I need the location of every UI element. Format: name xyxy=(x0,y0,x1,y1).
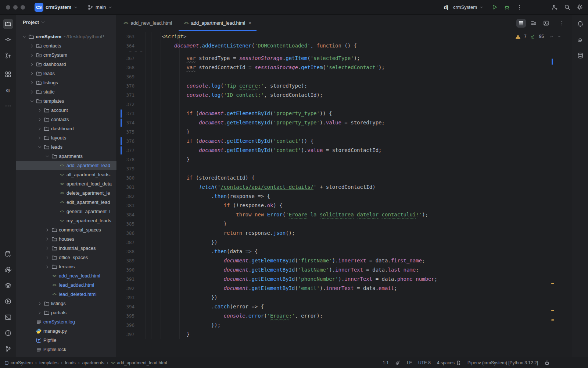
chevron-collapsed-icon[interactable] xyxy=(29,89,35,95)
line-separator[interactable]: LF xyxy=(407,360,412,365)
maximize-window-button[interactable] xyxy=(21,5,25,10)
chevron-collapsed-icon[interactable] xyxy=(36,117,43,123)
add-user-button[interactable] xyxy=(550,3,559,12)
chevron-collapsed-icon[interactable] xyxy=(29,80,35,86)
search-everywhere-button[interactable] xyxy=(562,3,572,12)
tree-item-delete_apartment_le[interactable]: <>delete_apartment_le xyxy=(16,188,116,198)
more-actions-kebab-icon[interactable] xyxy=(514,3,524,12)
breadcrumb-add_apartment_lead.html[interactable]: <>add_apartment_lead.html xyxy=(111,360,167,365)
close-window-button[interactable] xyxy=(6,5,10,10)
chevron-collapsed-icon[interactable] xyxy=(44,227,50,233)
tree-item-leads[interactable]: leads xyxy=(16,142,116,152)
reader-lines-button[interactable] xyxy=(516,19,526,28)
tool-stripe-structure-button[interactable] xyxy=(3,69,13,79)
tree-item-partials[interactable]: partials xyxy=(16,308,116,317)
close-tab-icon[interactable]: × xyxy=(248,20,251,26)
minimize-window-button[interactable] xyxy=(13,5,18,10)
tool-stripe-run-anything-button[interactable] xyxy=(3,296,13,307)
tree-item-Pipfile.lock[interactable]: Pipfile.lock xyxy=(16,345,116,354)
python-interpreter[interactable]: Pipenv (crmSystem) [Python 3.12.2] xyxy=(467,360,538,365)
tool-stripe-terminal-button[interactable] xyxy=(3,312,13,322)
chevron-collapsed-icon[interactable] xyxy=(44,236,50,242)
readonly-toggle[interactable] xyxy=(544,360,550,365)
chevron-collapsed-icon[interactable] xyxy=(36,301,43,307)
tool-stripe-more-button[interactable] xyxy=(3,101,13,111)
tree-item-edit_apartment_lead[interactable]: <>edit_apartment_lead xyxy=(16,198,116,207)
tool-stripe-services-button[interactable] xyxy=(3,280,13,291)
tool-stripe-django-button[interactable]: dj xyxy=(3,85,13,95)
chevron-collapsed-icon[interactable] xyxy=(29,43,35,49)
chevron-collapsed-icon[interactable] xyxy=(29,71,35,77)
indent-style[interactable]: 4 spaces xyxy=(437,360,461,365)
chevron-collapsed-icon[interactable] xyxy=(36,135,43,141)
tree-item-add_apartment_lead[interactable]: <>add_apartment_lead xyxy=(16,161,116,170)
editor-tab-add_new_lead.html[interactable]: <>add_new_lead.html xyxy=(118,15,177,31)
breadcrumb-templates[interactable]: templates xyxy=(39,360,58,365)
window-controls[interactable] xyxy=(6,5,25,10)
chevron-expanded-icon[interactable] xyxy=(36,144,43,150)
tool-stripe-database-button[interactable] xyxy=(575,50,585,61)
tree-item-all_apartment_leads.[interactable]: <>all_apartment_leads. xyxy=(16,170,116,179)
tree-item-lead_deleted.html[interactable]: <>lead_deleted.html xyxy=(16,290,116,299)
run-button[interactable] xyxy=(490,3,499,12)
tree-item-apartments[interactable]: apartments xyxy=(16,152,116,161)
editor-area[interactable]: <>add_new_lead.html<>add_apartment_lead.… xyxy=(117,15,572,357)
previous-problem-button[interactable] xyxy=(549,34,554,39)
tree-item-industrial_spaces[interactable]: industrial_spaces xyxy=(16,244,116,253)
chevron-collapsed-icon[interactable] xyxy=(44,264,50,270)
tool-stripe-python-console-button[interactable] xyxy=(3,265,13,275)
tree-item-static[interactable]: static xyxy=(16,87,116,96)
debug-button[interactable] xyxy=(502,3,512,12)
inspections-widget[interactable]: 795 xyxy=(515,33,562,39)
chevron-collapsed-icon[interactable] xyxy=(36,107,43,113)
tree-item-contacts[interactable]: contacts xyxy=(16,115,116,124)
ai-assistant-status[interactable] xyxy=(395,360,401,365)
chevron-expanded-icon[interactable] xyxy=(29,98,35,104)
chevron-collapsed-icon[interactable] xyxy=(29,61,35,67)
breadcrumb-apartments[interactable]: apartments xyxy=(82,360,104,365)
tree-item-listings[interactable]: listings xyxy=(16,299,116,308)
tool-stripe-commit-button[interactable] xyxy=(3,35,13,45)
tree-item-dashboard[interactable]: dashboard xyxy=(16,124,116,133)
tree-item-general_apartment_l[interactable]: <>general_apartment_l xyxy=(16,207,116,216)
tree-item-contacts[interactable]: contacts xyxy=(16,41,116,50)
settings-gear-button[interactable] xyxy=(575,3,584,12)
tree-item-Pipfile[interactable]: TPipfile xyxy=(16,336,116,345)
code-viewport[interactable]: 363<script>364 document.addEventListener… xyxy=(117,32,572,339)
chevron-expanded-icon[interactable] xyxy=(21,34,27,40)
tree-item-layouts[interactable]: layouts xyxy=(16,133,116,142)
structure-zero-button[interactable] xyxy=(529,19,538,28)
project-widget[interactable]: CS crmSystem xyxy=(32,1,81,13)
breadcrumb-crmSystem[interactable]: crmSystem xyxy=(4,360,33,365)
breadcrumb-leads[interactable]: leads xyxy=(65,360,76,365)
tool-stripe-ai-assistant-button[interactable] xyxy=(575,35,585,45)
tree-item-houses[interactable]: houses xyxy=(16,234,116,244)
project-panel-header[interactable]: Project xyxy=(16,15,116,29)
tool-stripe-notifications-bell-button[interactable] xyxy=(575,19,585,29)
tree-item-leads[interactable]: leads xyxy=(16,69,116,78)
folded-lines-band[interactable]: – – – xyxy=(117,50,572,54)
next-problem-button[interactable] xyxy=(557,34,562,39)
tree-item-commercial_spaces[interactable]: commercial_spaces xyxy=(16,225,116,234)
tree-item-account[interactable]: account xyxy=(16,106,116,115)
chevron-collapsed-icon[interactable] xyxy=(29,52,35,58)
tree-item-templates[interactable]: templates xyxy=(16,96,116,106)
tool-stripe-git-button[interactable] xyxy=(3,344,13,354)
tool-stripe-vcs-update-button[interactable] xyxy=(3,50,13,61)
editor-tab-add_apartment_lead.html[interactable]: <>add_apartment_lead.html× xyxy=(179,15,257,31)
chevron-expanded-icon[interactable] xyxy=(44,153,50,159)
tree-item-crmSystem[interactable]: crmSystem~/Desktop/pythonP xyxy=(16,32,116,41)
tree-item-crmSystem.log[interactable]: crmSystem.log xyxy=(16,317,116,326)
image-preview-button[interactable] xyxy=(541,19,551,28)
tree-item-dashboard[interactable]: dashboard xyxy=(16,60,116,69)
tree-item-manage.py[interactable]: manage.py xyxy=(16,326,116,336)
tool-stripe-problems-button[interactable] xyxy=(3,328,13,338)
chevron-collapsed-icon[interactable] xyxy=(36,126,43,132)
tool-stripe-project-folder-button[interactable] xyxy=(3,19,13,29)
chevron-collapsed-icon[interactable] xyxy=(44,245,50,251)
tree-item-office_spaces[interactable]: office_spaces xyxy=(16,253,116,262)
kebab-button[interactable] xyxy=(557,19,567,28)
chevron-collapsed-icon[interactable] xyxy=(44,255,50,261)
tool-stripe-database-check-button[interactable] xyxy=(3,249,13,259)
chevron-collapsed-icon[interactable] xyxy=(36,310,43,316)
